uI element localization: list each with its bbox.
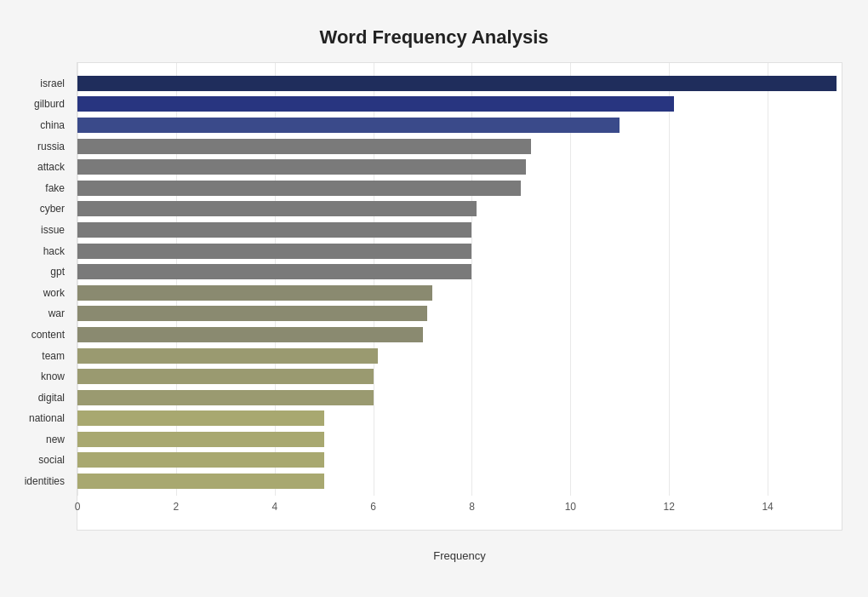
- bar-label: national: [9, 412, 73, 424]
- bar-row: gpt: [77, 262, 842, 281]
- x-tick-label: 0: [75, 501, 81, 513]
- bar-label: fake: [9, 182, 73, 194]
- bar: [77, 118, 620, 133]
- bar-row: content: [77, 325, 842, 344]
- bar: [77, 201, 477, 216]
- bar: [77, 244, 471, 259]
- bar-label: israel: [9, 77, 73, 89]
- chart-area: israelgilburdchinarussiaattackfakecyberi…: [77, 62, 842, 531]
- bar-row: fake: [77, 179, 842, 198]
- bar: [77, 222, 471, 238]
- bar-label: china: [9, 119, 73, 131]
- bar: [77, 474, 324, 489]
- bar-label: russia: [9, 141, 73, 152]
- bar-row: issue: [77, 221, 842, 239]
- bar: [77, 181, 521, 196]
- bar: [77, 76, 837, 91]
- bar-label: social: [9, 454, 73, 466]
- bar: [77, 139, 531, 154]
- bar-label: issue: [9, 224, 73, 236]
- bar: [77, 306, 427, 321]
- bar-label: new: [9, 433, 73, 445]
- chart-container: Word Frequency Analysis israelgilburdchi…: [9, 9, 859, 588]
- chart-title: Word Frequency Analysis: [26, 26, 842, 49]
- x-tick-label: 6: [370, 501, 376, 513]
- x-tick-label: 8: [469, 501, 475, 513]
- bar-label: team: [9, 350, 73, 362]
- bar: [77, 432, 324, 447]
- bar-row: gilburd: [77, 95, 842, 113]
- bar-label: cyber: [9, 203, 73, 215]
- x-axis: 02468101214: [77, 496, 842, 530]
- bar: [77, 348, 378, 364]
- bar-row: hack: [77, 242, 842, 261]
- bar: [77, 159, 526, 175]
- bar-label: attack: [9, 161, 73, 173]
- bar: [77, 327, 423, 342]
- bar-row: attack: [77, 158, 842, 176]
- bar-label: hack: [9, 245, 73, 257]
- bar-label: identities: [9, 475, 73, 487]
- bar-label: work: [9, 287, 73, 299]
- bar-label: war: [9, 307, 73, 319]
- bar-row: work: [77, 284, 842, 302]
- bar: [77, 96, 674, 112]
- bar-label: digital: [9, 392, 73, 404]
- x-tick-label: 4: [271, 501, 277, 513]
- bar-row: team: [77, 347, 842, 365]
- bar-row: war: [77, 304, 842, 323]
- x-tick-label: 10: [565, 501, 576, 513]
- bar: [77, 369, 374, 384]
- bar-row: israel: [77, 74, 842, 93]
- bar: [77, 264, 471, 279]
- bar-label: content: [9, 329, 73, 341]
- bar-row: russia: [77, 137, 842, 156]
- bar-row: new: [77, 430, 842, 449]
- bar-row: identities: [77, 472, 842, 491]
- bar-row: cyber: [77, 199, 842, 218]
- bar-row: social: [77, 451, 842, 469]
- bar-label: know: [9, 370, 73, 382]
- bar-label: gilburd: [9, 98, 73, 110]
- bar-row: china: [77, 116, 842, 135]
- bar-row: national: [77, 409, 842, 428]
- bar: [77, 410, 324, 426]
- x-tick-label: 14: [762, 501, 773, 513]
- x-tick-label: 2: [174, 501, 180, 513]
- bars-wrapper: israelgilburdchinarussiaattackfakecyberi…: [77, 70, 842, 496]
- bar: [77, 285, 432, 301]
- bar: [77, 452, 324, 468]
- x-tick-label: 12: [664, 501, 675, 513]
- bar: [77, 390, 374, 405]
- bar-row: digital: [77, 388, 842, 407]
- x-axis-label: Frequency: [433, 549, 485, 562]
- bar-label: gpt: [9, 266, 73, 278]
- bar-row: know: [77, 367, 842, 386]
